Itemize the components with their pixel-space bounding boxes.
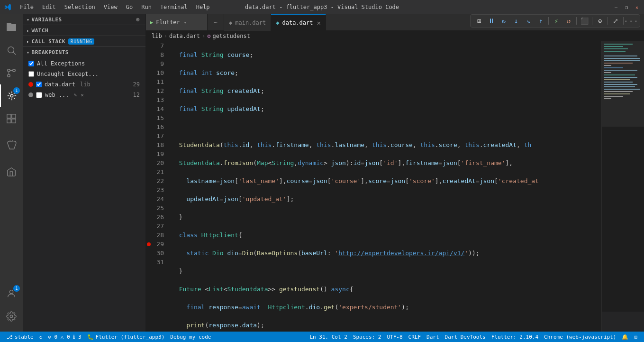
- debug-sep-3: [592, 17, 592, 25]
- status-chrome[interactable]: Chrome (web-javascript): [541, 332, 619, 342]
- status-debug[interactable]: 🐛 Flutter (flutter_app3): [84, 332, 168, 342]
- maximize-button[interactable]: ❐: [623, 4, 630, 10]
- status-branch[interactable]: ⎇ stable: [4, 332, 36, 342]
- debug-hot-reload-btn[interactable]: ⚡: [551, 15, 562, 27]
- breadcrumb-fn-icon: ⚙: [207, 33, 210, 39]
- status-debug-mode[interactable]: Debug my code: [167, 332, 214, 342]
- debug-expand-btn[interactable]: ⤢: [610, 15, 621, 27]
- ln-23: 23: [146, 185, 164, 194]
- status-flutter-version[interactable]: Flutter: 2.10.4: [489, 332, 541, 342]
- debug-stop-btn[interactable]: ⬛: [579, 15, 590, 27]
- svg-point-11: [10, 315, 13, 318]
- menu-view[interactable]: View: [100, 3, 121, 11]
- debug-step-out-btn[interactable]: ↑: [535, 15, 546, 27]
- bp-web-close-icon[interactable]: ✕: [81, 92, 84, 98]
- menu-file[interactable]: File: [16, 3, 37, 11]
- breadcrumb-file[interactable]: data.dart: [169, 33, 200, 39]
- debug-step-into-btn[interactable]: ↘: [523, 15, 534, 27]
- debug-layout-btn[interactable]: ⊞: [473, 15, 485, 27]
- status-encoding-text: UTF-8: [387, 334, 402, 340]
- status-layout-icon: ⊞: [634, 334, 637, 340]
- breadcrumb-fn[interactable]: getstudenst: [212, 33, 250, 39]
- status-encoding[interactable]: UTF-8: [384, 332, 405, 342]
- tab-data-dart-close[interactable]: ✕: [317, 19, 321, 27]
- breadcrumb-lib[interactable]: lib: [152, 33, 162, 39]
- bp-data-dart-check[interactable]: [36, 82, 42, 87]
- code-content[interactable]: final String course; final int score; fi…: [170, 41, 601, 332]
- ln-7: 7: [146, 41, 164, 50]
- close-button[interactable]: ✕: [634, 4, 640, 10]
- activity-test[interactable]: [0, 134, 23, 157]
- watch-section-header[interactable]: ▸ WATCH: [23, 25, 145, 36]
- menu-help[interactable]: Help: [192, 3, 214, 11]
- tab-main-dart-label: main.dart: [235, 19, 266, 26]
- status-flutter-version-text: Flutter: 2.10.4: [491, 334, 538, 340]
- ln-28: 28: [146, 231, 164, 240]
- tab-data-dart-icon: ◆: [276, 19, 279, 26]
- tab-data-dart[interactable]: ◆ data.dart ✕: [271, 14, 326, 31]
- call-stack-header[interactable]: ▸ CALL STACK RUNNING: [23, 36, 145, 46]
- menu-go[interactable]: Go: [122, 3, 136, 11]
- bp-web-edit-icon[interactable]: ✎: [74, 92, 77, 98]
- run-flutter-button[interactable]: ▶ Flutter ▾: [146, 14, 208, 30]
- status-sync[interactable]: ↻: [36, 332, 45, 342]
- ln-26: 26: [146, 213, 164, 222]
- status-dart-devtools[interactable]: Dart DevTools: [442, 332, 489, 342]
- svg-point-2: [8, 69, 10, 72]
- breakpoints-section-header[interactable]: ▾ BREAKPOINTS: [23, 47, 145, 57]
- bp-web-line: 12: [133, 92, 140, 98]
- status-notifications[interactable]: 🔔: [619, 332, 631, 342]
- ln-25: 25: [146, 203, 164, 213]
- bp-uncaught-check[interactable]: [28, 71, 34, 77]
- bp-all-exceptions-label: All Exceptions: [37, 60, 85, 67]
- bp-web-name: web_...: [45, 92, 69, 98]
- tab-main-dart-icon: ◆: [229, 19, 232, 26]
- call-stack-chevron: ▸: [27, 39, 30, 44]
- status-line-ending[interactable]: CRLF: [406, 332, 424, 342]
- svg-rect-9: [12, 119, 16, 123]
- debug-step-over-btn[interactable]: ↓: [510, 15, 522, 27]
- activity-debug[interactable]: 1: [0, 84, 23, 107]
- variables-action-btn[interactable]: ⊕: [134, 16, 142, 23]
- ln-9: 9: [146, 59, 164, 68]
- bp-web-check[interactable]: [36, 92, 42, 98]
- svg-point-10: [9, 290, 13, 294]
- activity-source-control[interactable]: [0, 62, 23, 84]
- debug-restart-btn[interactable]: ↻: [498, 15, 509, 27]
- variables-section-header[interactable]: ▾ VARIABLES ⊕: [23, 14, 145, 25]
- menu-edit[interactable]: Edit: [38, 3, 60, 11]
- editor-area: ▶ Flutter ▾ ⋯ ◆ main.dart ◆ data.dart ✕ …: [146, 14, 644, 332]
- debug-pause-btn[interactable]: ⏸: [486, 15, 497, 27]
- tab-main-dart[interactable]: ◆ main.dart: [224, 14, 271, 31]
- debug-more-btn[interactable]: ···: [626, 15, 637, 27]
- tab-split-button[interactable]: ⋯: [208, 14, 224, 30]
- status-errors[interactable]: ⊘ 0 △ 0 ℹ 3: [45, 332, 84, 342]
- status-errors-text: ⊘ 0 △ 0 ℹ 3: [48, 334, 81, 340]
- menu-terminal[interactable]: Terminal: [156, 3, 191, 11]
- debug-hot-restart-btn[interactable]: ↺: [563, 15, 574, 27]
- activity-search[interactable]: [0, 39, 23, 62]
- ln-30: 30: [146, 249, 164, 258]
- status-spaces[interactable]: Spaces: 2: [350, 332, 384, 342]
- activity-extensions[interactable]: [0, 107, 23, 130]
- ln-19: 19: [146, 149, 164, 158]
- debug-inspect-btn[interactable]: ⊙: [594, 15, 606, 27]
- breakpoints-chevron: ▾: [27, 50, 30, 55]
- activity-account[interactable]: 1: [0, 282, 23, 305]
- minimize-button[interactable]: —: [613, 4, 619, 10]
- status-branch-name: stable: [15, 334, 34, 340]
- status-position[interactable]: Ln 31, Col 2: [307, 332, 350, 342]
- activity-remote[interactable]: [0, 160, 23, 183]
- bp-web-dot: [28, 92, 33, 97]
- menu-selection[interactable]: Selection: [61, 3, 99, 11]
- ln-16: 16: [146, 122, 164, 131]
- run-play-icon: ▶: [150, 19, 153, 26]
- menu-run[interactable]: Run: [137, 3, 155, 11]
- breakpoint-uncaught: Uncaught Except...: [23, 69, 145, 79]
- status-language[interactable]: Dart: [424, 332, 442, 342]
- activity-explorer[interactable]: [0, 16, 23, 39]
- tab-data-dart-label: data.dart: [282, 19, 313, 26]
- activity-settings[interactable]: [0, 305, 23, 328]
- status-layout-toggle[interactable]: ⊞: [631, 332, 640, 342]
- bp-all-exceptions-check[interactable]: [28, 61, 34, 66]
